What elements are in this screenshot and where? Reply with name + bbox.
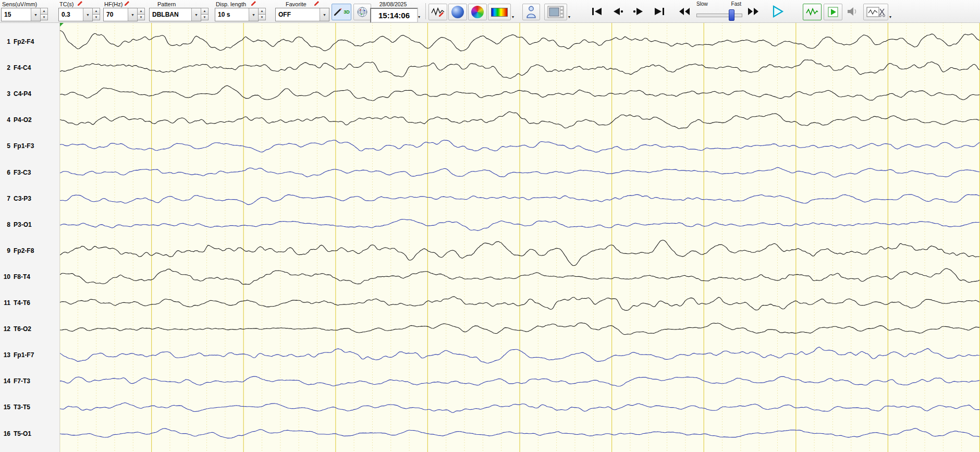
hf-combo[interactable]: 70 ▼: [103, 8, 138, 21]
channel-number: 15: [0, 404, 10, 411]
channel-label: F7-T3: [14, 377, 30, 385]
skip-to-end-button[interactable]: [651, 5, 668, 18]
disp-length-combo[interactable]: 10 s ▼: [215, 8, 259, 21]
chevron-down-icon[interactable]: ▼: [320, 8, 329, 21]
rewind-button[interactable]: [676, 5, 693, 18]
patient-info-button[interactable]: [522, 4, 540, 20]
spin-up-icon[interactable]: ▲: [92, 8, 100, 15]
pattern-value: DBLBAN: [150, 8, 191, 21]
annotation-pen-3d-button[interactable]: 3D: [332, 4, 351, 20]
more-options-arrow[interactable]: ▾: [568, 15, 570, 19]
favorite-combo[interactable]: OFF ▼: [275, 8, 329, 21]
head-mesh-button[interactable]: [353, 4, 371, 20]
chevron-down-icon[interactable]: ▼: [83, 8, 92, 21]
spin-up-icon[interactable]: ▲: [258, 8, 266, 15]
channel-label: Fp2-F8: [14, 247, 34, 254]
eeg-paper[interactable]: [59, 22, 980, 452]
edit-pen-icon: [124, 1, 130, 6]
channel-row[interactable]: 9Fp2-F8: [0, 246, 58, 255]
channel-row[interactable]: 5Fp1-F3: [0, 142, 58, 151]
speed-slider-handle[interactable]: [729, 9, 734, 21]
spin-down-icon[interactable]: ▼: [40, 15, 48, 21]
channel-number: 10: [0, 273, 10, 280]
brain-map-3d-button[interactable]: [468, 4, 487, 20]
chevron-down-icon[interactable]: ▼: [31, 8, 40, 21]
pattern-label: Pattern: [157, 1, 176, 7]
brain-map-blue-icon: [451, 6, 464, 18]
channel-label: F4-C4: [14, 64, 31, 71]
chevron-down-icon[interactable]: ▼: [249, 8, 258, 21]
colormap-button[interactable]: [488, 4, 511, 20]
sens-spinner[interactable]: ▲ ▼: [40, 8, 48, 20]
pattern-spinner[interactable]: ▲ ▼: [201, 8, 209, 20]
step-forward-button[interactable]: [630, 5, 647, 18]
channel-row[interactable]: 2F4-C4: [0, 64, 58, 72]
video-review-button[interactable]: [544, 4, 567, 20]
channel-label: T6-O2: [14, 325, 31, 333]
globe-mesh-icon: [356, 6, 369, 18]
more-options-arrow[interactable]: ▾: [889, 15, 891, 19]
hf-spinner[interactable]: ▲ ▼: [137, 8, 145, 20]
channel-row[interactable]: 7C3-P3: [0, 194, 58, 203]
channel-label: T5-O1: [14, 430, 31, 437]
speed-slider-track[interactable]: [696, 14, 742, 17]
spin-down-icon[interactable]: ▼: [137, 15, 145, 21]
channel-row[interactable]: 1Fp2-F4: [0, 38, 58, 46]
spin-up-icon[interactable]: ▲: [201, 8, 209, 15]
tc-combo[interactable]: 0.3 ▼: [58, 8, 93, 21]
channel-row[interactable]: 4P4-O2: [0, 116, 58, 125]
more-options-arrow[interactable]: ▾: [418, 15, 420, 19]
channel-row[interactable]: 13Fp1-F7: [0, 351, 58, 360]
speaker-button[interactable]: [844, 5, 860, 18]
spin-down-icon[interactable]: ▼: [258, 15, 266, 21]
channel-row[interactable]: 8P3-O1: [0, 220, 58, 229]
channel-row[interactable]: 14F7-T3: [0, 377, 58, 386]
montage-tool-button[interactable]: [863, 4, 888, 20]
waveform-edit-button[interactable]: [428, 4, 447, 20]
channel-number: 11: [0, 299, 10, 307]
tc-spinner[interactable]: ▲ ▼: [92, 8, 100, 20]
colormap-icon: [491, 8, 508, 17]
green-waveform-button[interactable]: [803, 4, 822, 20]
channel-number: 6: [0, 169, 10, 176]
playback-speed-slider[interactable]: Slow Fast: [696, 1, 741, 21]
sens-value: 15: [2, 8, 31, 21]
hf-label: HF(Hz): [104, 1, 123, 7]
channel-number: 8: [0, 221, 10, 228]
channel-row[interactable]: 10F8-T4: [0, 272, 58, 281]
spin-up-icon[interactable]: ▲: [40, 8, 48, 15]
channel-row[interactable]: 16T5-O1: [0, 429, 58, 438]
disp-length-value: 10 s: [215, 8, 249, 21]
brain-map-button[interactable]: [448, 4, 467, 20]
green-play-button[interactable]: [824, 4, 842, 20]
chevron-down-icon[interactable]: ▼: [128, 8, 137, 21]
chevron-down-icon[interactable]: ▼: [191, 8, 201, 21]
channel-label: C4-P4: [14, 90, 31, 97]
skip-to-start-button[interactable]: [588, 5, 606, 18]
play-button[interactable]: [767, 4, 787, 19]
channel-number: 12: [0, 325, 10, 333]
disp-length-label: Disp. length: [216, 1, 246, 7]
toolbar-separator: [425, 3, 426, 19]
step-back-button[interactable]: [609, 5, 627, 18]
more-options-arrow[interactable]: ▾: [512, 15, 514, 19]
pattern-combo[interactable]: DBLBAN ▼: [149, 8, 201, 21]
channel-row[interactable]: 12T6-O2: [0, 325, 58, 334]
channel-row[interactable]: 15T3-T5: [0, 403, 58, 412]
sens-combo[interactable]: 15 ▼: [1, 8, 41, 21]
page-start-marker: [59, 22, 64, 27]
media-review-icon: [547, 6, 564, 18]
spin-up-icon[interactable]: ▲: [137, 8, 145, 15]
skip-start-icon: [591, 7, 603, 16]
disp-length-spinner[interactable]: ▲ ▼: [258, 8, 266, 20]
channel-row[interactable]: 11T4-T6: [0, 299, 58, 308]
skip-end-icon: [654, 7, 665, 16]
spin-down-icon[interactable]: ▼: [92, 15, 100, 21]
channel-row[interactable]: 3C4-P4: [0, 90, 58, 99]
play-green-icon: [828, 7, 838, 17]
spin-down-icon[interactable]: ▼: [201, 15, 209, 21]
fast-forward-button[interactable]: [744, 5, 762, 18]
channel-row[interactable]: 6F3-C3: [0, 168, 58, 177]
hf-value: 70: [104, 8, 128, 21]
channel-label: C3-P3: [14, 195, 31, 202]
